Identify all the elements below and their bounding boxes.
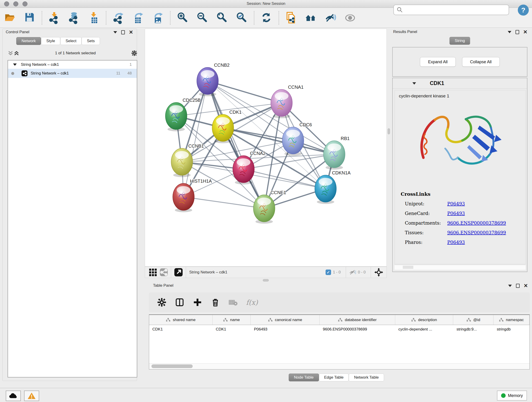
string-network-graph[interactable]: CCNB2 CCNA1 CDC25B CDK1 CDC6 RB1 CCNB1 C… [145,29,387,267]
node-CDK1[interactable]: CDK1 [212,109,241,143]
table-cell[interactable]: stringdb [494,327,530,332]
node-CDKN1A[interactable]: CDKN1A [315,170,351,204]
search-box[interactable] [393,5,509,15]
node-HIST1H1A[interactable]: HIST1H1A [173,179,212,212]
node-CDC25B[interactable]: CDC25B [165,98,201,131]
network-collection-row[interactable]: String Network – cdk1 1 [8,61,137,69]
collection-expander-icon[interactable] [13,64,17,66]
search-input[interactable] [403,6,509,14]
crosslink-link[interactable]: 9606.ENSP00000378699 [447,220,506,226]
results-scrollbar[interactable] [394,265,526,270]
collection-name: String Network – cdk1 [21,62,59,67]
tab-sets[interactable]: Sets [82,37,100,45]
selected-nodes-checkbox-icon[interactable]: ✓ [326,269,331,275]
refresh-layout-icon[interactable] [260,12,272,24]
node-CCNA1[interactable]: CCNA1 [271,85,304,118]
export-network-icon[interactable] [113,12,124,24]
zoom-fit-icon[interactable] [216,12,228,24]
string-show-eye-icon[interactable] [344,12,356,24]
edge[interactable] [184,197,264,208]
grid-view-icon[interactable] [149,269,157,276]
edge[interactable] [244,169,326,189]
export-image-icon[interactable] [152,12,164,24]
table-row[interactable]: CDK1CDK1P064939606.ENSP00000378699cyclin… [149,325,530,334]
zoom-in-icon[interactable] [177,12,189,24]
crosslink-link[interactable]: P06493 [447,211,465,216]
split-view-icon[interactable] [175,297,185,307]
crosslink-link[interactable]: P06493 [447,240,465,245]
table-cell[interactable]: P06493 [251,327,320,332]
column-header-description[interactable]: description [395,315,453,325]
tab-string[interactable]: String [450,37,470,45]
import-network-file-icon[interactable] [48,12,60,24]
table-horizontal-scrollbar[interactable] [149,363,530,369]
scrollbar-thumb[interactable] [152,364,193,368]
warning-status-button[interactable] [24,390,39,401]
network-overview-icon[interactable] [160,268,168,276]
column-header--id[interactable]: @id [453,315,494,325]
cloud-status-button[interactable] [6,390,21,401]
tab-network-table[interactable]: Network Table [349,374,384,381]
column-header-canonical-name[interactable]: canonical name [251,315,320,325]
add-column-icon[interactable] [192,297,203,307]
results-panel-close-icon[interactable]: ✕ [523,30,527,34]
zoom-out-icon[interactable] [196,12,208,24]
tab-edge-table[interactable]: Edge Table [319,374,349,381]
memory-button[interactable]: Memory [497,390,527,401]
collapse-all-icon[interactable] [7,50,13,56]
import-network-database-icon[interactable] [68,12,80,24]
control-panel-float-icon[interactable] [114,31,117,33]
expand-all-icon[interactable] [13,50,19,56]
results-panel-maximize-icon[interactable] [515,30,519,34]
section-expander-icon[interactable] [412,82,416,85]
expand-all-button[interactable]: Expand All [420,57,456,67]
table-panel-maximize-icon[interactable] [516,284,520,288]
delete-icon[interactable] [210,297,220,307]
column-header-database-identifier[interactable]: database identifier [320,315,395,325]
network-options-gear-icon[interactable] [131,50,137,56]
fit-selected-crosshair-icon[interactable] [374,268,383,277]
control-panel-maximize-icon[interactable] [121,30,125,34]
zoom-selected-icon[interactable] [236,12,248,24]
table-cell[interactable]: CDK1 [149,327,213,332]
splitter-grip-horizontal[interactable] [263,279,269,281]
edge[interactable] [208,81,282,103]
edge[interactable] [223,128,334,154]
column-header-name[interactable]: name [213,315,251,325]
tab-style[interactable]: Style [41,37,60,45]
string-hide-glass-icon[interactable] [325,12,336,24]
tab-network[interactable]: Network [16,37,41,45]
birdseye-toggle-icon[interactable] [174,268,183,276]
table-cell[interactable]: stringdb:9... [453,327,494,332]
edge[interactable] [208,81,264,208]
open-session-icon[interactable] [4,12,16,24]
results-panel-float-icon[interactable] [508,31,511,33]
collapse-all-button[interactable]: Collapse All [462,57,500,67]
export-table-icon[interactable] [132,12,144,24]
table-cell[interactable]: cyclin-dependent ... [395,327,453,332]
tab-node-table[interactable]: Node Table [289,374,319,381]
string-protein-query-icon[interactable] [285,12,297,24]
column-header-namespac[interactable]: namespac [494,315,530,325]
network-row-selected[interactable]: String Network – cdk1 11 48 [8,69,137,78]
string-home-icon[interactable] [305,12,317,24]
save-session-icon[interactable] [24,12,36,24]
table-cell[interactable]: CDK1 [213,327,251,332]
node-section-header[interactable]: CDK1 [393,78,527,89]
table-settings-gear-icon[interactable] [157,297,167,307]
column-header-shared-name[interactable]: shared name [149,315,213,325]
table-cell[interactable]: 9606.ENSP00000378699 [320,327,395,332]
control-panel-close-icon[interactable]: ✕ [129,30,133,34]
splitter-grip-vertical[interactable] [388,128,390,134]
node-table[interactable]: shared namenamecanonical namedatabase id… [149,314,530,370]
crosslink-link[interactable]: 9606.ENSP00000378699 [447,230,506,235]
crosslink-link[interactable]: P06493 [447,201,465,206]
node-CCNB2[interactable]: CCNB2 [197,63,230,96]
help-button[interactable]: ? [518,5,529,16]
table-panel-close-icon[interactable]: ✕ [524,284,528,288]
import-table-icon[interactable] [88,12,100,24]
node-RB1[interactable]: RB1 [323,136,350,170]
table-panel-float-icon[interactable] [508,285,512,287]
tab-select[interactable]: Select [60,37,82,45]
network-canvas[interactable]: CCNB2 CCNA1 CDC25B CDK1 CDC6 RB1 CCNB1 C… [145,29,387,267]
